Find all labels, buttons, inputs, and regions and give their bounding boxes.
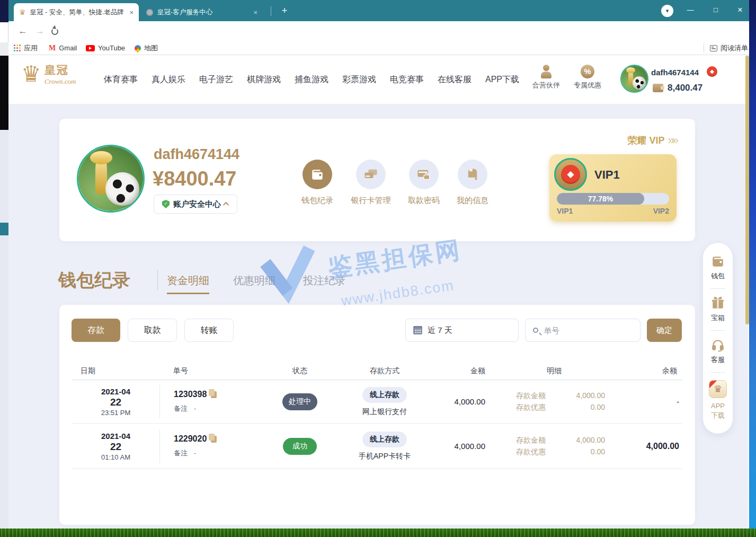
- vip-level: VIP1: [594, 168, 620, 182]
- security-center-label: 账户安全中心: [173, 199, 221, 209]
- new-tab-button[interactable]: +: [278, 3, 291, 18]
- header-balance[interactable]: 8,400.47: [653, 83, 702, 93]
- nav-item-sports[interactable]: 体育赛事: [103, 74, 138, 85]
- col-header-detail: 明细: [491, 366, 618, 376]
- cell-balance: -: [618, 397, 682, 406]
- copy-icon[interactable]: [211, 391, 217, 398]
- order-search-input[interactable]: [544, 326, 623, 335]
- promo-button[interactable]: % 专属优惠: [571, 65, 604, 90]
- bookmarks-divider: [704, 43, 704, 52]
- sidebar-item-service[interactable]: 客服: [711, 338, 725, 365]
- background-window-block: [0, 42, 8, 56]
- bookmark-apps[interactable]: 应用: [14, 41, 38, 55]
- order-search-box[interactable]: [525, 319, 641, 342]
- tab-close-icon[interactable]: ×: [253, 8, 257, 16]
- profile-username: dafh4674144: [154, 146, 239, 163]
- window-close-button[interactable]: ×: [729, 0, 751, 20]
- tab-bet-records[interactable]: 投注纪录: [303, 274, 345, 288]
- nav-item-app[interactable]: APP下载: [485, 74, 520, 85]
- nav-item-esports[interactable]: 电竞赛事: [389, 74, 424, 85]
- cell-detail: 存款金额4,000.00 存款优惠0.00: [491, 391, 618, 412]
- app-download-icon: ♛: [709, 380, 727, 398]
- sidebar-item-treasure[interactable]: 宝箱: [711, 296, 725, 323]
- cell-order: 1229020 备注-: [159, 429, 263, 463]
- wallet-records-card: 存款 取款 转账 近 7 天 确定 日期 单号 状态 存款方式: [59, 305, 695, 525]
- cell-status: 处理中: [263, 393, 337, 410]
- browser-update-icon[interactable]: ▾: [661, 5, 673, 17]
- honor-vip-link[interactable]: 荣耀 VIP »»: [628, 134, 677, 147]
- vip-card[interactable]: ◆ VIP1 77.78% VIP1 VIP2: [549, 154, 677, 222]
- security-center-button[interactable]: ✓ 账户安全中心: [154, 195, 237, 214]
- col-header-balance: 余额: [618, 366, 682, 376]
- partner-button[interactable]: 合营伙伴: [529, 65, 563, 90]
- browser-window: ♛ 皇冠 - 安全、简单、快捷.老品牌 × 皇冠-客户服务中心 × + ▾ — …: [8, 0, 749, 529]
- cell-status: 成功: [263, 438, 337, 455]
- reading-list-label: 阅读清单: [721, 43, 748, 53]
- date-range-picker[interactable]: 近 7 天: [405, 319, 519, 342]
- nav-item-fishing[interactable]: 捕鱼游戏: [294, 74, 329, 85]
- filter-deposit-button[interactable]: 存款: [72, 319, 120, 342]
- background-window-block: [0, 223, 8, 235]
- header-avatar[interactable]: [620, 65, 648, 93]
- vip-diamond-badge-icon: ◆: [707, 66, 717, 77]
- order-number: 1230398: [174, 390, 207, 399]
- col-header-order: 单号: [159, 366, 263, 376]
- date-range-value: 近 7 天: [428, 325, 452, 336]
- tab-promo-detail[interactable]: 优惠明细: [233, 274, 275, 288]
- vip-badge-icon: ◆: [554, 158, 587, 191]
- partner-icon: [539, 65, 553, 78]
- bookmark-youtube[interactable]: YouTube: [86, 41, 125, 55]
- filter-transfer-button[interactable]: 转账: [184, 319, 234, 342]
- globe-favicon-icon: [146, 9, 153, 16]
- bookmark-maps[interactable]: 地图: [135, 41, 158, 55]
- divider: [710, 288, 725, 289]
- sidebar-item-app-download[interactable]: ♛ APP 下载: [709, 380, 727, 420]
- quicklink-wallet-records[interactable]: 钱包纪录: [288, 160, 346, 206]
- nav-item-lottery[interactable]: 彩票游戏: [342, 74, 377, 85]
- reading-list-button[interactable]: 阅读清单: [710, 41, 748, 55]
- filter-withdraw-button[interactable]: 取款: [128, 319, 177, 342]
- back-button[interactable]: ←: [16, 24, 30, 38]
- browser-tab-inactive[interactable]: 皇冠-客户服务中心 ×: [141, 3, 263, 21]
- tab-funds-detail[interactable]: 资金明细: [167, 274, 209, 294]
- reading-list-icon: [710, 45, 717, 51]
- nav-item-live[interactable]: 真人娱乐: [151, 74, 186, 85]
- tab-close-icon[interactable]: ×: [129, 8, 134, 16]
- sidebar-label: 宝箱: [711, 313, 725, 323]
- confirm-button[interactable]: 确定: [647, 319, 682, 342]
- profile-avatar: [77, 145, 145, 213]
- search-icon: [533, 328, 538, 333]
- reload-button[interactable]: [51, 28, 58, 35]
- forward-button[interactable]: →: [33, 24, 47, 38]
- table-row: 2021-04 22 23:51 PM 1230398 备注- 处理中: [72, 380, 682, 424]
- web-page: ♛ 皇冠 Crown.com 体育赛事 真人娱乐 电子游艺 棋牌游戏 捕鱼游戏 …: [8, 55, 748, 529]
- copy-icon[interactable]: [211, 436, 217, 443]
- percent-badge-icon: %: [581, 65, 594, 78]
- nav-item-slots[interactable]: 电子游艺: [199, 74, 234, 85]
- maximize-button[interactable]: □: [705, 0, 727, 20]
- quicklink-bank-cards[interactable]: 银行卡管理: [342, 160, 400, 206]
- minimize-button[interactable]: —: [679, 0, 701, 20]
- quicklink-my-info[interactable]: 我的信息: [443, 160, 502, 206]
- bookmark-label: 应用: [24, 43, 38, 53]
- vip-progress-fill: 77.78%: [557, 193, 644, 205]
- cell-date: 2021-04 22 23:51 PM: [72, 387, 159, 417]
- browser-tab-active[interactable]: ♛ 皇冠 - 安全、简单、快捷.老品牌 ×: [14, 3, 139, 21]
- divider: [710, 330, 725, 331]
- header-username[interactable]: dafh4674144: [651, 68, 699, 77]
- bookmark-gmail[interactable]: M Gmail: [49, 41, 77, 55]
- nav-item-board[interactable]: 棋牌游戏: [246, 74, 281, 85]
- partner-label: 合营伙伴: [529, 81, 563, 90]
- site-logo[interactable]: ♛ 皇冠 Crown.com: [21, 63, 76, 86]
- nav-item-service[interactable]: 在线客服: [437, 74, 472, 85]
- chevron-up-icon: [223, 202, 229, 208]
- sidebar-item-wallet[interactable]: 钱包: [711, 254, 725, 281]
- promo-label: 专属优惠: [571, 81, 604, 90]
- page-title: 钱包纪录: [58, 268, 130, 293]
- wallet-icon: [653, 84, 663, 92]
- vip-from-label: VIP1: [557, 207, 573, 215]
- tab-divider: [271, 6, 271, 16]
- honor-vip-label: 荣耀 VIP: [628, 134, 665, 147]
- page-scrollbar[interactable]: [745, 56, 749, 324]
- status-badge: 处理中: [282, 393, 317, 410]
